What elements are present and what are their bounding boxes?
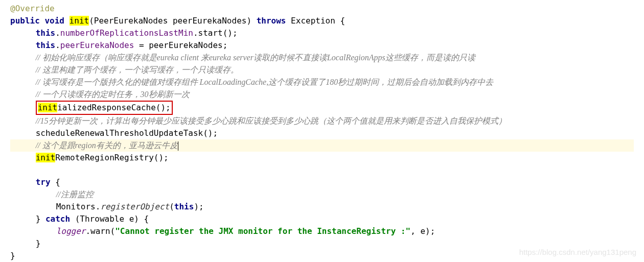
line-2: public void init(PeerEurekaNodes peerEur… (10, 15, 634, 27)
comment: // 读写缓存是一个版持久化的键值对缓存组件 LocalLoadingCache… (36, 78, 494, 86)
kw-catch: catch (45, 214, 70, 224)
line-comment-1: // 初始化响应缓存（响应缓存就是eureka client 来eureka s… (10, 52, 634, 64)
method-rest: RemoteRegionRegistry(); (55, 153, 169, 162)
comment: //15分钟更新一次，计算出每分钟最少应该接受多少心跳和应该接受到多少心跳（这个… (36, 116, 507, 125)
text-cursor (178, 141, 178, 151)
line-comment-2: // 这里构建了两个缓存，一个读写缓存，一个只读缓存。 (10, 64, 634, 76)
catch-params: (Throwable e) { (70, 214, 149, 224)
args-end: , e); (410, 226, 435, 236)
line-comment-6-highlighted: // 这个是跟region有关的，亚马逊云牛皮 (10, 139, 634, 152)
logger-field: logger (56, 226, 86, 236)
string-literal: "Cannot register the JMX monitor for the… (115, 226, 410, 236)
assign: = peerEurekaNodes; (134, 40, 227, 50)
comment: // 这里构建了两个缓存，一个读写缓存，一个只读缓存。 (36, 65, 239, 74)
this-kw: this (36, 40, 56, 50)
this-kw: this (174, 202, 194, 211)
line-comment-5: //15分钟更新一次，计算出每分钟最少应该接受多少心跳和应该接受到多少心跳（这个… (10, 115, 634, 127)
blank-line (10, 164, 634, 176)
kw-public: public (10, 16, 40, 26)
close-brace: } (36, 214, 45, 224)
kw-void: void (44, 16, 64, 26)
comment: // 一个只读缓存的定时任务，30秒刷新一次 (36, 90, 190, 99)
exception: Exception { (291, 16, 345, 26)
line-comment-3: // 读写缓存是一个版持久化的键值对缓存组件 LocalLoadingCache… (10, 76, 634, 88)
line-comment-4: // 一个只读缓存的定时任务，30秒刷新一次 (10, 88, 634, 101)
params: (PeerEurekaNodes peerEurekaNodes) (89, 16, 251, 26)
brace: } (36, 239, 41, 248)
line-17: logger.warn("Cannot register the JMX mon… (10, 225, 634, 237)
method-rest: ializedResponseCache(); (57, 103, 171, 112)
field: peerEurekaNodes (60, 40, 134, 50)
init-highlight: init (36, 153, 56, 162)
line-3: this.numberOfReplicationsLastMin.start()… (10, 27, 634, 39)
method-name-highlight: init (70, 16, 89, 26)
init-highlight: init (38, 103, 58, 112)
comment: // 初始化响应缓存（响应缓存就是eureka client 来eureka s… (36, 53, 475, 62)
line-15: Monitors.registerObject(this); (10, 201, 634, 213)
method-call: scheduleRenewalThresholdUpdateTask(); (36, 128, 218, 138)
watermark: https://blog.csdn.net/yang131peng (519, 247, 636, 258)
class-ref: Monitors. (56, 202, 101, 211)
brace: { (51, 177, 60, 187)
this-kw: this (36, 28, 56, 38)
kw-try: try (36, 177, 51, 187)
brace: } (10, 251, 15, 260)
line-catch: } catch (Throwable e) { (10, 213, 634, 225)
field: numberOfReplicationsLastMin (60, 28, 193, 38)
line-10: scheduleRenewalThresholdUpdateTask(); (10, 127, 634, 139)
annotation: @Override (10, 4, 55, 13)
kw-throws: throws (257, 16, 286, 26)
red-highlight-box: initializedResponseCache(); (36, 101, 173, 115)
comment: // 这个是跟region有关的，亚马逊云牛皮 (36, 141, 178, 150)
method: .warn( (85, 226, 115, 236)
comment: //注册监控 (56, 190, 94, 199)
line-1: @Override (10, 3, 634, 15)
line-comment-7: //注册监控 (10, 188, 634, 201)
line-try: try { (10, 176, 634, 188)
line-8: initializedResponseCache(); (10, 101, 634, 115)
method-call-italic: registerObject (100, 202, 169, 211)
line-12: initRemoteRegionRegistry(); (10, 152, 634, 164)
line-4: this.peerEurekaNodes = peerEurekaNodes; (10, 39, 634, 52)
call: .start(); (193, 28, 238, 38)
